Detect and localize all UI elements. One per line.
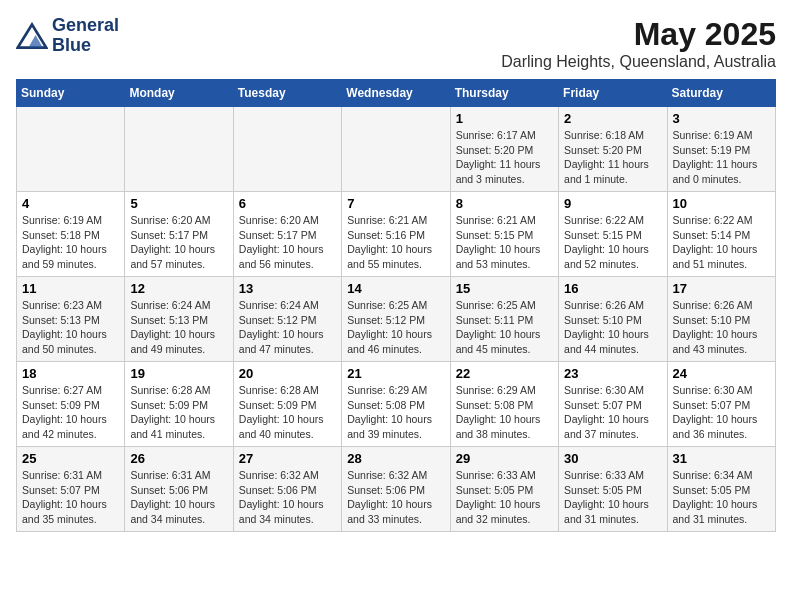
day-cell-18: 18Sunrise: 6:27 AM Sunset: 5:09 PM Dayli… <box>17 362 125 447</box>
day-number: 27 <box>239 451 336 466</box>
day-cell-1: 1Sunrise: 6:17 AM Sunset: 5:20 PM Daylig… <box>450 107 558 192</box>
day-number: 9 <box>564 196 661 211</box>
day-cell-19: 19Sunrise: 6:28 AM Sunset: 5:09 PM Dayli… <box>125 362 233 447</box>
day-info: Sunrise: 6:18 AM Sunset: 5:20 PM Dayligh… <box>564 128 661 187</box>
day-info: Sunrise: 6:29 AM Sunset: 5:08 PM Dayligh… <box>456 383 553 442</box>
day-number: 30 <box>564 451 661 466</box>
day-info: Sunrise: 6:25 AM Sunset: 5:11 PM Dayligh… <box>456 298 553 357</box>
header-friday: Friday <box>559 80 667 107</box>
day-number: 11 <box>22 281 119 296</box>
day-cell-4: 4Sunrise: 6:19 AM Sunset: 5:18 PM Daylig… <box>17 192 125 277</box>
day-number: 2 <box>564 111 661 126</box>
day-info: Sunrise: 6:33 AM Sunset: 5:05 PM Dayligh… <box>564 468 661 527</box>
day-info: Sunrise: 6:33 AM Sunset: 5:05 PM Dayligh… <box>456 468 553 527</box>
day-number: 17 <box>673 281 770 296</box>
empty-cell <box>125 107 233 192</box>
day-number: 25 <box>22 451 119 466</box>
day-cell-3: 3Sunrise: 6:19 AM Sunset: 5:19 PM Daylig… <box>667 107 775 192</box>
day-cell-7: 7Sunrise: 6:21 AM Sunset: 5:16 PM Daylig… <box>342 192 450 277</box>
day-number: 14 <box>347 281 444 296</box>
day-number: 28 <box>347 451 444 466</box>
day-info: Sunrise: 6:22 AM Sunset: 5:14 PM Dayligh… <box>673 213 770 272</box>
header-tuesday: Tuesday <box>233 80 341 107</box>
logo-text: General Blue <box>52 16 119 56</box>
day-number: 15 <box>456 281 553 296</box>
day-number: 13 <box>239 281 336 296</box>
day-cell-20: 20Sunrise: 6:28 AM Sunset: 5:09 PM Dayli… <box>233 362 341 447</box>
week-row-1: 1Sunrise: 6:17 AM Sunset: 5:20 PM Daylig… <box>17 107 776 192</box>
day-cell-10: 10Sunrise: 6:22 AM Sunset: 5:14 PM Dayli… <box>667 192 775 277</box>
day-cell-12: 12Sunrise: 6:24 AM Sunset: 5:13 PM Dayli… <box>125 277 233 362</box>
day-cell-11: 11Sunrise: 6:23 AM Sunset: 5:13 PM Dayli… <box>17 277 125 362</box>
main-title: May 2025 <box>501 16 776 53</box>
day-cell-13: 13Sunrise: 6:24 AM Sunset: 5:12 PM Dayli… <box>233 277 341 362</box>
day-number: 21 <box>347 366 444 381</box>
day-info: Sunrise: 6:21 AM Sunset: 5:16 PM Dayligh… <box>347 213 444 272</box>
day-number: 19 <box>130 366 227 381</box>
header-sunday: Sunday <box>17 80 125 107</box>
day-number: 18 <box>22 366 119 381</box>
week-row-2: 4Sunrise: 6:19 AM Sunset: 5:18 PM Daylig… <box>17 192 776 277</box>
day-info: Sunrise: 6:26 AM Sunset: 5:10 PM Dayligh… <box>564 298 661 357</box>
day-number: 20 <box>239 366 336 381</box>
title-block: May 2025 Darling Heights, Queensland, Au… <box>501 16 776 71</box>
day-info: Sunrise: 6:22 AM Sunset: 5:15 PM Dayligh… <box>564 213 661 272</box>
day-cell-22: 22Sunrise: 6:29 AM Sunset: 5:08 PM Dayli… <box>450 362 558 447</box>
day-number: 1 <box>456 111 553 126</box>
day-info: Sunrise: 6:30 AM Sunset: 5:07 PM Dayligh… <box>673 383 770 442</box>
day-info: Sunrise: 6:21 AM Sunset: 5:15 PM Dayligh… <box>456 213 553 272</box>
day-info: Sunrise: 6:32 AM Sunset: 5:06 PM Dayligh… <box>347 468 444 527</box>
subtitle: Darling Heights, Queensland, Australia <box>501 53 776 71</box>
logo-line2: Blue <box>52 36 119 56</box>
day-cell-27: 27Sunrise: 6:32 AM Sunset: 5:06 PM Dayli… <box>233 447 341 532</box>
day-number: 4 <box>22 196 119 211</box>
day-info: Sunrise: 6:26 AM Sunset: 5:10 PM Dayligh… <box>673 298 770 357</box>
day-cell-17: 17Sunrise: 6:26 AM Sunset: 5:10 PM Dayli… <box>667 277 775 362</box>
logo-line1: General <box>52 16 119 36</box>
header-thursday: Thursday <box>450 80 558 107</box>
day-info: Sunrise: 6:19 AM Sunset: 5:18 PM Dayligh… <box>22 213 119 272</box>
day-cell-28: 28Sunrise: 6:32 AM Sunset: 5:06 PM Dayli… <box>342 447 450 532</box>
day-info: Sunrise: 6:32 AM Sunset: 5:06 PM Dayligh… <box>239 468 336 527</box>
day-number: 29 <box>456 451 553 466</box>
day-number: 22 <box>456 366 553 381</box>
day-cell-23: 23Sunrise: 6:30 AM Sunset: 5:07 PM Dayli… <box>559 362 667 447</box>
day-number: 6 <box>239 196 336 211</box>
logo-icon <box>16 22 48 50</box>
empty-cell <box>17 107 125 192</box>
day-number: 5 <box>130 196 227 211</box>
logo: General Blue <box>16 16 119 56</box>
week-row-5: 25Sunrise: 6:31 AM Sunset: 5:07 PM Dayli… <box>17 447 776 532</box>
day-number: 12 <box>130 281 227 296</box>
empty-cell <box>233 107 341 192</box>
calendar-table: SundayMondayTuesdayWednesdayThursdayFrid… <box>16 79 776 532</box>
day-info: Sunrise: 6:29 AM Sunset: 5:08 PM Dayligh… <box>347 383 444 442</box>
day-info: Sunrise: 6:24 AM Sunset: 5:12 PM Dayligh… <box>239 298 336 357</box>
day-cell-29: 29Sunrise: 6:33 AM Sunset: 5:05 PM Dayli… <box>450 447 558 532</box>
page-header: General Blue May 2025 Darling Heights, Q… <box>16 16 776 71</box>
day-cell-21: 21Sunrise: 6:29 AM Sunset: 5:08 PM Dayli… <box>342 362 450 447</box>
day-info: Sunrise: 6:17 AM Sunset: 5:20 PM Dayligh… <box>456 128 553 187</box>
day-cell-9: 9Sunrise: 6:22 AM Sunset: 5:15 PM Daylig… <box>559 192 667 277</box>
day-number: 24 <box>673 366 770 381</box>
day-cell-26: 26Sunrise: 6:31 AM Sunset: 5:06 PM Dayli… <box>125 447 233 532</box>
day-info: Sunrise: 6:28 AM Sunset: 5:09 PM Dayligh… <box>239 383 336 442</box>
empty-cell <box>342 107 450 192</box>
day-number: 16 <box>564 281 661 296</box>
header-monday: Monday <box>125 80 233 107</box>
day-info: Sunrise: 6:27 AM Sunset: 5:09 PM Dayligh… <box>22 383 119 442</box>
day-info: Sunrise: 6:34 AM Sunset: 5:05 PM Dayligh… <box>673 468 770 527</box>
day-number: 31 <box>673 451 770 466</box>
day-cell-6: 6Sunrise: 6:20 AM Sunset: 5:17 PM Daylig… <box>233 192 341 277</box>
header-wednesday: Wednesday <box>342 80 450 107</box>
calendar-header: SundayMondayTuesdayWednesdayThursdayFrid… <box>17 80 776 107</box>
day-info: Sunrise: 6:31 AM Sunset: 5:07 PM Dayligh… <box>22 468 119 527</box>
day-cell-31: 31Sunrise: 6:34 AM Sunset: 5:05 PM Dayli… <box>667 447 775 532</box>
day-cell-25: 25Sunrise: 6:31 AM Sunset: 5:07 PM Dayli… <box>17 447 125 532</box>
day-number: 10 <box>673 196 770 211</box>
day-number: 26 <box>130 451 227 466</box>
day-cell-5: 5Sunrise: 6:20 AM Sunset: 5:17 PM Daylig… <box>125 192 233 277</box>
day-info: Sunrise: 6:19 AM Sunset: 5:19 PM Dayligh… <box>673 128 770 187</box>
day-info: Sunrise: 6:28 AM Sunset: 5:09 PM Dayligh… <box>130 383 227 442</box>
day-info: Sunrise: 6:30 AM Sunset: 5:07 PM Dayligh… <box>564 383 661 442</box>
